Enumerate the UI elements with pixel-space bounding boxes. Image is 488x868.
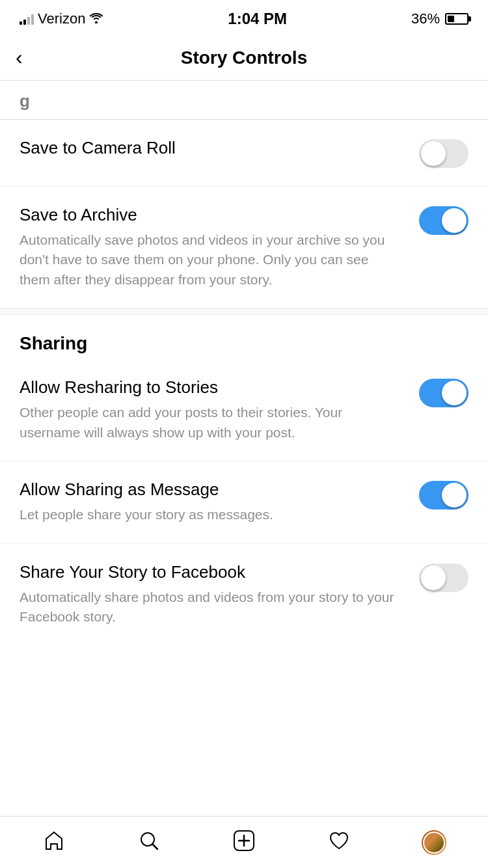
share-facebook-desc: Automatically share photos and videos fr… [20,588,400,627]
save-archive-desc: Automatically save photos and videos in … [20,230,400,290]
save-camera-roll-row: Save to Camera Roll [0,120,488,187]
partial-section-label: g [20,91,30,111]
allow-resharing-toggle[interactable] [419,379,468,407]
status-time: 1:04 PM [228,10,287,28]
status-bar: Verizon 1:04 PM 36% [0,0,488,35]
status-right: 36% [411,10,468,27]
section-divider [0,308,488,315]
save-camera-roll-text: Save to Camera Roll [20,138,419,163]
page-title: Story Controls [181,47,307,68]
section-partial: g [0,81,488,120]
nav-activity[interactable] [306,823,372,862]
profile-avatar-image [423,832,445,854]
search-icon [138,830,160,855]
share-facebook-toggle[interactable] [419,563,468,592]
toggle-slider [419,481,468,509]
save-camera-roll-title: Save to Camera Roll [20,138,400,158]
battery-icon [445,13,468,25]
wifi-icon [89,12,103,27]
profile-avatar [422,830,446,855]
share-facebook-text: Share Your Story to Facebook Automatical… [20,562,419,627]
status-left: Verizon [20,10,103,27]
share-facebook-title: Share Your Story to Facebook [20,562,400,582]
toggle-slider [419,206,468,235]
svg-line-1 [153,845,158,850]
bottom-nav [0,816,488,868]
save-camera-roll-toggle[interactable] [419,139,468,168]
sharing-section-header: Sharing [0,315,488,359]
allow-resharing-row: Allow Resharing to Stories Other people … [0,359,488,461]
back-button[interactable]: ‹ [16,46,23,70]
allow-resharing-title: Allow Resharing to Stories [20,377,400,398]
nav-bar: ‹ Story Controls [0,35,488,81]
toggle-slider [419,563,468,592]
nav-search[interactable] [116,823,182,862]
carrier-label: Verizon [38,10,85,27]
allow-sharing-message-text: Allow Sharing as Message Let people shar… [20,480,419,524]
nav-add[interactable] [211,823,277,862]
sharing-title: Sharing [20,333,468,354]
battery-percent: 36% [411,10,440,27]
heart-icon [328,830,350,855]
home-icon [43,830,65,855]
content: g Save to Camera Roll Save to Archive Au… [0,81,488,698]
toggle-slider [419,139,468,168]
allow-sharing-message-title: Allow Sharing as Message [20,480,400,500]
signal-icon [20,13,34,25]
allow-sharing-message-row: Allow Sharing as Message Let people shar… [0,461,488,543]
allow-resharing-text: Allow Resharing to Stories Other people … [20,377,419,442]
allow-sharing-message-desc: Let people share your story as messages. [20,505,400,524]
nav-home[interactable] [21,823,87,862]
toggle-slider [419,379,468,407]
share-facebook-row: Share Your Story to Facebook Automatical… [0,544,488,645]
allow-resharing-desc: Other people can add your posts to their… [20,403,400,442]
save-archive-row: Save to Archive Automatically save photo… [0,187,488,308]
save-archive-text: Save to Archive Automatically save photo… [20,205,419,290]
allow-sharing-message-toggle[interactable] [419,481,468,509]
save-archive-title: Save to Archive [20,205,400,225]
add-icon [233,830,255,855]
save-archive-toggle[interactable] [419,206,468,235]
nav-profile[interactable] [401,823,467,862]
